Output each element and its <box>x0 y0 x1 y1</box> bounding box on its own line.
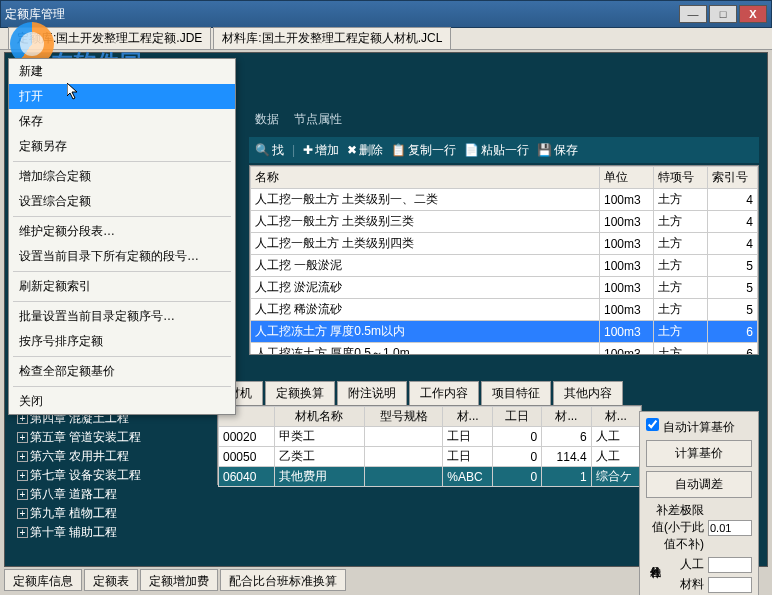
file-context-menu: 新建打开保存定额另存增加综合定额设置综合定额维护定额分段表…设置当前目录下所有定… <box>8 58 236 415</box>
tab-qita[interactable]: 其他内容 <box>553 381 623 405</box>
maximize-button[interactable]: □ <box>709 5 737 23</box>
table-row[interactable]: 人工挖冻土方 厚度0.5～1.0m100m3土方6 <box>251 343 758 356</box>
menu-item-5[interactable]: 设置综合定额 <box>9 189 235 214</box>
chapter-tree[interactable]: + 第四章 混凝土工程+ 第五章 管道安装工程+ 第六章 农用井工程+ 第七章 … <box>17 409 187 542</box>
table-row[interactable]: 人工挖一般土方 土类级别四类100m3土方4 <box>251 233 758 255</box>
calc-base-button[interactable]: 计算基价 <box>646 440 752 467</box>
menu-item-11[interactable]: 检查全部定额基价 <box>9 359 235 384</box>
menu-item-7[interactable]: 设置当前目录下所有定额的段号… <box>9 244 235 269</box>
input-rengong[interactable] <box>708 557 752 573</box>
menu-item-0[interactable]: 新建 <box>9 59 235 84</box>
tab-data[interactable]: 数据 <box>249 110 285 128</box>
detail-table[interactable]: 材机名称 型号规格 材... 工日 材... 材... 00020甲类工工日06… <box>217 405 642 485</box>
table-row[interactable]: 人工挖 一般淤泥100m3土方5 <box>251 255 758 277</box>
expand-icon[interactable]: + <box>17 508 28 519</box>
minimize-button[interactable]: — <box>679 5 707 23</box>
section-tabs: 数据 节点属性 <box>249 111 348 128</box>
tree-item[interactable]: + 第十章 辅助工程 <box>17 523 187 542</box>
expand-icon[interactable]: + <box>17 451 28 462</box>
menu-item-10[interactable]: 按序号排序定额 <box>9 329 235 354</box>
menu-item-4[interactable]: 增加综合定额 <box>9 164 235 189</box>
tab-node-props[interactable]: 节点属性 <box>288 110 348 128</box>
tree-item[interactable]: + 第八章 道路工程 <box>17 485 187 504</box>
bottom-tabs: 定额库信息 定额表 定额增加费 配合比台班标准换算 <box>4 569 348 591</box>
main-table[interactable]: 名称 单位 特项号 索引号 人工挖一般土方 土类级别一、二类100m3土方4人工… <box>249 165 759 355</box>
col-unit[interactable]: 单位 <box>600 167 654 189</box>
tab-fuzhu[interactable]: 附注说明 <box>337 381 407 405</box>
file-tab-dinge[interactable]: 定额库:国土开发整理工程定额.JDE <box>8 27 211 50</box>
tab-gongzuo[interactable]: 工作内容 <box>409 381 479 405</box>
label-rengong: 人工 <box>665 556 708 573</box>
tab-tezheng[interactable]: 项目特征 <box>481 381 551 405</box>
expand-icon[interactable]: + <box>17 527 28 538</box>
input-cailiao[interactable] <box>708 577 752 593</box>
btab-table[interactable]: 定额表 <box>84 569 138 591</box>
close-button[interactable]: X <box>739 5 767 23</box>
expand-icon[interactable]: + <box>17 489 28 500</box>
col-name[interactable]: 名称 <box>251 167 600 189</box>
col-mname[interactable]: 材机名称 <box>275 407 365 427</box>
copy-row-button[interactable]: 📋复制一行 <box>391 142 456 159</box>
btab-convert[interactable]: 配合比台班标准换算 <box>220 569 346 591</box>
col-index[interactable]: 索引号 <box>708 167 758 189</box>
menu-item-1[interactable]: 打开 <box>9 84 235 109</box>
delete-button[interactable]: ✖删除 <box>347 142 383 159</box>
title-bar: 定额库管理 — □ X <box>0 0 772 28</box>
detail-row[interactable]: 00020甲类工工日06人工 <box>219 427 641 447</box>
menu-item-3[interactable]: 定额另存 <box>9 134 235 159</box>
col-spec[interactable]: 型号规格 <box>364 407 442 427</box>
col-c4[interactable]: 材... <box>591 407 640 427</box>
detail-tabs: 材机 定额换算 附注说明 工作内容 项目特征 其他内容 <box>217 381 759 405</box>
cursor-icon <box>67 83 81 101</box>
paste-row-button[interactable]: 📄粘贴一行 <box>464 142 529 159</box>
detail-row[interactable]: 00050乙类工工日0114.4人工 <box>219 447 641 467</box>
btab-info[interactable]: 定额库信息 <box>4 569 82 591</box>
menu-item-2[interactable]: 保存 <box>9 109 235 134</box>
save-button[interactable]: 💾保存 <box>537 142 578 159</box>
window-title: 定额库管理 <box>5 6 679 23</box>
tree-item[interactable]: + 第五章 管道安装工程 <box>17 428 187 447</box>
add-button[interactable]: ✚增加 <box>303 142 339 159</box>
label-cailiao: 材料 <box>665 576 708 593</box>
auto-calc-check[interactable]: 自动计算基价 <box>646 418 752 436</box>
menu-item-8[interactable]: 刷新定额索引 <box>9 274 235 299</box>
action-toolbar: 🔍找 | ✚增加 ✖删除 📋复制一行 📄粘贴一行 💾保存 <box>249 137 759 163</box>
calc-panel: 自动计算基价 计算基价 自动调差 补差极限值(小于此值不补) 补差代号 人工 材… <box>639 411 759 595</box>
tab-huansuan[interactable]: 定额换算 <box>265 381 335 405</box>
file-tab-cailiao[interactable]: 材料库:国土开发整理工程定额人材机.JCL <box>213 27 451 50</box>
table-row[interactable]: 人工挖一般土方 土类级别一、二类100m3土方4 <box>251 189 758 211</box>
file-tab-row: 定额库:国土开发整理工程定额.JDE 材料库:国土开发整理工程定额人材机.JCL <box>0 28 772 50</box>
limit-row: 补差极限值(小于此值不补) <box>646 502 752 553</box>
auto-adjust-button[interactable]: 自动调差 <box>646 471 752 498</box>
menu-item-6[interactable]: 维护定额分段表… <box>9 219 235 244</box>
tree-item[interactable]: + 第七章 设备安装工程 <box>17 466 187 485</box>
detail-row[interactable]: 06040其他费用%ABC01综合ケ <box>219 467 641 487</box>
col-c3[interactable]: 材... <box>542 407 591 427</box>
btab-extra[interactable]: 定额增加费 <box>140 569 218 591</box>
limit-input[interactable] <box>708 520 752 536</box>
expand-icon[interactable]: + <box>17 470 28 481</box>
group-label: 补差代号 <box>646 556 665 595</box>
table-row[interactable]: 人工挖一般土方 土类级别三类100m3土方4 <box>251 211 758 233</box>
table-row[interactable]: 人工挖 淤泥流砂100m3土方5 <box>251 277 758 299</box>
col-c1[interactable]: 材... <box>443 407 493 427</box>
find-button[interactable]: 🔍找 <box>255 142 284 159</box>
expand-icon[interactable]: + <box>17 432 28 443</box>
table-row[interactable]: 人工挖冻土方 厚度0.5m以内100m3土方6 <box>251 321 758 343</box>
tree-item[interactable]: + 第九章 植物工程 <box>17 504 187 523</box>
col-c2[interactable]: 工日 <box>492 407 541 427</box>
tree-item[interactable]: + 第六章 农用井工程 <box>17 447 187 466</box>
col-special[interactable]: 特项号 <box>654 167 708 189</box>
menu-item-9[interactable]: 批量设置当前目录定额序号… <box>9 304 235 329</box>
table-row[interactable]: 人工挖 稀淤流砂100m3土方5 <box>251 299 758 321</box>
menu-item-12[interactable]: 关闭 <box>9 389 235 414</box>
